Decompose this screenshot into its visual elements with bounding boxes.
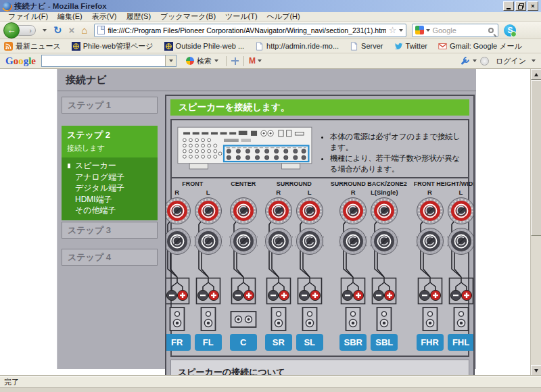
- minimize-button[interactable]: [503, 1, 514, 11]
- terminal-column-graphic: [339, 196, 367, 333]
- terminal-group: SURROUND BACK/ZONE2R SBRL(Single): [331, 180, 407, 351]
- search-placeholder[interactable]: Google: [432, 26, 486, 34]
- menu-item[interactable]: ヘルプ(H): [262, 12, 305, 21]
- title-bar: 接続ナビ - Mozilla Firefox ×: [0, 0, 541, 12]
- sidebar-step-2-menu: スピーカーアナログ端子デジタル端子HDMI端子その他端子: [62, 157, 158, 220]
- avatar-icon: [480, 57, 489, 66]
- search-icon[interactable]: [488, 28, 494, 33]
- close-button[interactable]: ×: [527, 1, 538, 11]
- bookmark-label: Twitter: [406, 42, 427, 50]
- terminal-column-graphic: [296, 196, 324, 333]
- bookmark-star-icon[interactable]: ☆: [389, 26, 397, 34]
- login-button[interactable]: ログイン: [496, 56, 526, 66]
- bookmark-label: Outside Phile-web ...: [176, 42, 245, 50]
- speaker-label-c: C: [230, 334, 257, 351]
- channel-sublabel: R: [276, 189, 281, 196]
- login-dropdown-icon[interactable]: [532, 59, 536, 62]
- bookmark-item[interactable]: Phile-web管理ページ: [72, 41, 154, 51]
- terminal-group: FRONT HEIGHT/WIDER FHRL: [414, 180, 475, 351]
- history-dropdown-icon[interactable]: [43, 29, 47, 32]
- scroll-up-button[interactable]: [531, 69, 541, 80]
- speaker-label-fl: FL: [195, 334, 222, 351]
- minimize-icon: [507, 8, 511, 9]
- speaker-terminal-diagram: FRONTR FRL: [172, 178, 468, 356]
- wrench-settings-icon[interactable]: [461, 57, 469, 66]
- status-text: 完了: [4, 377, 19, 387]
- terminal-column-graphic: [416, 196, 444, 333]
- heading-divider: [57, 91, 476, 91]
- gmail-icon[interactable]: M: [249, 56, 256, 66]
- status-bar: 完了: [0, 376, 541, 387]
- stop-button[interactable]: ×: [69, 26, 75, 35]
- site-icon: [164, 42, 173, 51]
- menu-item[interactable]: ファイル(F): [3, 12, 53, 21]
- channel-sublabel: R: [351, 189, 356, 196]
- sidebar-item-3[interactable]: デジタル端子: [62, 182, 158, 194]
- scroll-down-button[interactable]: [531, 365, 541, 376]
- bookmark-item[interactable]: http://admin.ride-mo...: [255, 42, 339, 51]
- navigation-toolbar: › ← ↻ × ⌂ file:///C:/Program Files/Pione…: [0, 22, 541, 39]
- bookmark-item[interactable]: Outside Phile-web ...: [164, 42, 245, 51]
- sidebar-step-1[interactable]: ステップ 1: [62, 97, 158, 114]
- bookmark-item[interactable]: Twitter: [394, 42, 427, 51]
- terminal-column: L(Single) SBL: [370, 189, 398, 351]
- terminal-column: R FR: [165, 189, 191, 351]
- channel-sublabel: L(Single): [371, 189, 398, 196]
- url-bar[interactable]: file:///C:/Program Files/Pioneer Corpora…: [94, 24, 406, 37]
- terminal-column: R SR: [264, 189, 293, 351]
- gmail-dropdown-icon[interactable]: [258, 59, 262, 62]
- engine-dropdown-icon[interactable]: [426, 29, 430, 32]
- sidebar-item-5[interactable]: その他端子: [62, 205, 158, 216]
- menu-item[interactable]: 履歴(S): [121, 12, 156, 21]
- terminal-group: SURROUNDR SRL: [264, 180, 324, 351]
- search-options-dropdown-icon[interactable]: [214, 59, 218, 62]
- menu-item[interactable]: ツール(T): [220, 12, 262, 21]
- bookmark-item[interactable]: Gmail: Google メール: [438, 41, 522, 51]
- sidebar-item-2[interactable]: アナログ端子: [62, 172, 158, 183]
- firefox-logo-icon: [3, 2, 11, 11]
- menu-item[interactable]: ブックマーク(B): [156, 12, 220, 21]
- bookmark-item[interactable]: 最新ニュース: [4, 41, 61, 51]
- terminal-column: R FHR: [416, 189, 444, 351]
- menu-item[interactable]: 表示(V): [87, 12, 122, 21]
- main-panel: スピーカーを接続します。: [165, 95, 475, 376]
- terminal-column: L SL: [296, 189, 324, 351]
- back-button[interactable]: ←: [3, 22, 20, 39]
- window-bottom-edge: [0, 387, 541, 392]
- sidebar-step-2[interactable]: ステップ 2 接続します スピーカーアナログ端子デジタル端子HDMI端子その他端…: [62, 126, 158, 220]
- channel-sublabel: L: [308, 189, 312, 196]
- url-text[interactable]: file:///C:/Program Files/Pioneer Corpora…: [108, 26, 385, 34]
- scrollbar-thumb[interactable]: [531, 80, 541, 236]
- reload-button[interactable]: ↻: [53, 26, 62, 35]
- combo-dropdown-button[interactable]: [165, 55, 176, 66]
- settings-dropdown-icon[interactable]: [473, 59, 477, 62]
- google-search-combo[interactable]: [41, 55, 177, 67]
- toolbar-separator: [243, 56, 244, 66]
- google-search-button[interactable]: 検索: [183, 55, 221, 68]
- receiver-info-row: 本体の電源は必ずオフのままで接続します。 機種により、若干端子数や形状が異なる場…: [172, 120, 468, 178]
- google-toolbar: Google 検索 M ログイン: [0, 53, 541, 69]
- google-engine-icon[interactable]: [415, 26, 424, 34]
- restore-button[interactable]: [515, 1, 526, 11]
- skype-icon[interactable]: S: [504, 24, 516, 36]
- sidebar-step-4[interactable]: ステップ 4: [62, 249, 158, 266]
- footer-panel: スピーカーの接続について: [170, 360, 469, 376]
- bookmark-item[interactable]: Server: [350, 42, 383, 51]
- google-search-input[interactable]: [42, 55, 165, 66]
- speaker-label-fhr: FHR: [417, 334, 444, 351]
- search-box[interactable]: Google: [412, 24, 498, 37]
- sidebar-step-2-header[interactable]: ステップ 2 接続します: [62, 126, 158, 157]
- sidebar-item-4[interactable]: HDMI端子: [62, 194, 158, 205]
- sidebar-step-3[interactable]: ステップ 3: [62, 222, 158, 239]
- vertical-scrollbar[interactable]: [530, 69, 541, 376]
- speaker-label-sbr: SBR: [339, 334, 367, 351]
- sidebar-step-2-sublabel: 接続します: [67, 143, 158, 153]
- bookmark-label: Gmail: Google メール: [450, 41, 522, 51]
- speaker-label-fr: FR: [165, 334, 191, 351]
- terminal-column: L FL: [194, 189, 222, 351]
- bookmark-plus-icon[interactable]: [231, 57, 239, 65]
- home-button[interactable]: ⌂: [81, 26, 87, 35]
- url-dropdown-icon[interactable]: [399, 29, 403, 32]
- sidebar-item-1[interactable]: スピーカー: [62, 160, 158, 172]
- menu-item[interactable]: 編集(E): [53, 12, 87, 21]
